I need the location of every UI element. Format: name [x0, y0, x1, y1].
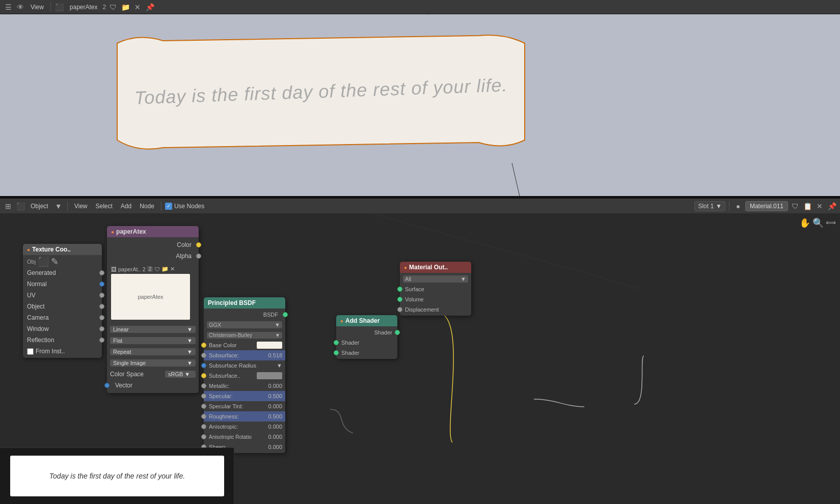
pa-img-x[interactable]: ✕	[170, 266, 175, 272]
zoom-icon[interactable]: 🔍	[812, 217, 824, 229]
bsdf-aniso-socket[interactable]	[201, 424, 206, 429]
bsdf-specular-label: Specular:	[207, 393, 268, 399]
material-output-node[interactable]: ● Material Out.. All ▼ Surface	[400, 262, 471, 316]
mat-copy-icon[interactable]: 📋	[802, 201, 812, 211]
mat-out-displace-socket[interactable]	[397, 307, 402, 312]
pa-img-folder[interactable]: 📁	[161, 266, 169, 272]
ne-object-menu[interactable]: Object	[28, 202, 51, 211]
mode-icon[interactable]: ☰	[3, 2, 13, 12]
pa-flat-row[interactable]: Flat ▼	[107, 335, 199, 346]
shield-icon[interactable]: 🛡	[108, 2, 118, 12]
split-divider[interactable]	[0, 196, 840, 198]
mat-out-all-dropdown[interactable]: All ▼	[403, 275, 468, 283]
ne-add-menu[interactable]: Add	[118, 202, 134, 211]
mat-sphere-icon[interactable]: ●	[733, 201, 743, 211]
add-shader-in1-row: Shader	[336, 338, 397, 348]
view-menu[interactable]: View	[28, 3, 47, 12]
add-shader-out-socket[interactable]	[395, 330, 400, 335]
bsdf-metallic-socket[interactable]	[201, 383, 206, 388]
bsdf-anisorot-label: Anisotropic Rotatio	[207, 434, 268, 440]
bsdf-subsurf-method-row[interactable]: Christensen-Burley ▼	[204, 330, 285, 340]
pa-color-socket[interactable]	[196, 242, 201, 247]
pin-icon[interactable]: 📌	[145, 2, 155, 12]
3d-viewport[interactable]: ☰ 👁 View ⬛ paperAtex 2 🛡 📁 ✕ 📌 Today is …	[0, 0, 840, 196]
tc-camera-row: Camera	[23, 312, 102, 323]
node-editor[interactable]: ⊞ ⬛ Object ▼ View Select Add Node ✓ Use …	[0, 198, 840, 504]
ne-node-menu[interactable]: Node	[137, 202, 157, 211]
add-shader-in1-socket[interactable]	[334, 340, 339, 345]
pa-linear-label: Linear	[113, 326, 129, 332]
pa-single-label: Single Image	[113, 360, 146, 366]
pa-alpha-socket[interactable]	[196, 254, 201, 259]
tc-reflection-socket[interactable]	[99, 338, 104, 343]
ne-view-menu[interactable]: View	[71, 202, 91, 211]
ne-type-icon[interactable]: ⬛	[15, 201, 25, 211]
nav-icon[interactable]: ⟺	[826, 218, 836, 229]
add-shader-node[interactable]: ● Add Shader Shader Shader Shader	[336, 315, 397, 359]
paper-atex-body: Color Alpha 🖼 paperAt.. 2 2 🛡 📁 ✕	[107, 237, 199, 393]
node-canvas[interactable]: ● Texture Coo.. Obj ⬛ ✎ Generated Normal	[0, 213, 840, 504]
tc-camera-socket[interactable]	[99, 315, 104, 320]
bsdf-subcol-socket[interactable]	[201, 373, 206, 378]
slot-arrow: ▼	[716, 203, 722, 210]
mat-close-icon[interactable]: ✕	[815, 201, 825, 211]
bsdf-subradius-socket[interactable]	[201, 363, 206, 368]
close-icon[interactable]: ✕	[132, 2, 143, 12]
pa-img-shield[interactable]: 🛡	[154, 266, 160, 272]
pa-repeat-row[interactable]: Repeat ▼	[107, 346, 199, 357]
pa-single-row[interactable]: Single Image ▼	[107, 357, 199, 369]
mat-pin-icon[interactable]: 📌	[827, 201, 837, 211]
tc-from-inst-cb[interactable]	[27, 348, 34, 355]
pan-icon[interactable]: ✋	[799, 217, 810, 229]
texture-coordinate-node[interactable]: ● Texture Coo.. Obj ⬛ ✎ Generated Normal	[23, 244, 102, 358]
bsdf-subsurface-socket[interactable]	[201, 353, 206, 358]
view-icon[interactable]: 👁	[15, 2, 25, 12]
tc-uv-socket[interactable]	[99, 293, 104, 298]
pa-image-node[interactable]: 🖼 paperAt.. 2 2 🛡 📁 ✕ paperAtex	[109, 264, 197, 322]
bsdf-specular-socket[interactable]	[201, 394, 206, 399]
mat-out-volume-socket[interactable]	[397, 297, 402, 302]
pa-vector-socket[interactable]	[104, 383, 110, 388]
bsdf-spectint-row: Specular Tint: 0.000	[204, 401, 285, 411]
bsdf-basecolor-socket[interactable]	[201, 343, 206, 348]
mat-out-surface-socket[interactable]	[397, 287, 402, 292]
bsdf-subsurface-row[interactable]: Subsurface: 0.518	[204, 350, 285, 360]
tc-window-socket[interactable]	[99, 326, 104, 331]
mat-out-all-row[interactable]: All ▼	[400, 274, 471, 284]
pa-linear-row[interactable]: Linear ▼	[107, 324, 199, 335]
bsdf-specular-row[interactable]: Specular: 0.500	[204, 391, 285, 401]
principled-bsdf-node[interactable]: Principled BSDF BSDF GGX ▼	[204, 297, 285, 453]
paper-atex-node[interactable]: ● paperAtex Color Alpha 🖼 paperAt.. 2	[107, 226, 199, 393]
bsdf-dist-row[interactable]: GGX ▼	[204, 320, 285, 330]
tc-normal-socket[interactable]	[99, 282, 104, 287]
bsdf-roughness-socket[interactable]	[201, 414, 206, 419]
tc-obj-icon[interactable]: ⬛	[38, 256, 49, 267]
tc-edit-icon[interactable]: ✎	[51, 256, 59, 267]
pa-single-dropdown[interactable]: Single Image ▼	[110, 359, 196, 367]
ne-select-menu[interactable]: Select	[92, 202, 115, 211]
bsdf-anisorot-socket[interactable]	[201, 434, 206, 439]
use-nodes-checkbox[interactable]: ✓	[165, 203, 172, 210]
pa-repeat-dropdown[interactable]: Repeat ▼	[110, 348, 196, 355]
add-shader-in2-socket[interactable]	[334, 350, 339, 355]
folder-icon[interactable]: 📁	[120, 2, 130, 12]
bsdf-dist-dropdown[interactable]: GGX ▼	[207, 321, 282, 328]
bsdf-basecolor-swatch[interactable]	[257, 342, 282, 349]
tc-object-socket[interactable]	[99, 304, 104, 309]
pa-linear-dropdown[interactable]: Linear ▼	[110, 326, 196, 333]
pa-cs-dropdown[interactable]: sRGB ▼	[165, 371, 196, 378]
mat-shield-icon[interactable]: 🛡	[790, 201, 800, 211]
bsdf-roughness-row[interactable]: Roughness: 0.500	[204, 411, 285, 422]
pa-flat-dropdown[interactable]: Flat ▼	[110, 337, 196, 344]
render-icon[interactable]: ⬛	[55, 2, 65, 12]
pa-colorspace-row[interactable]: Color Space sRGB ▼	[107, 369, 199, 380]
bsdf-spectint-socket[interactable]	[201, 404, 206, 409]
material-name-btn[interactable]: Material.011	[745, 201, 788, 211]
bsdf-subcol-swatch[interactable]	[257, 372, 282, 379]
bsdf-subsurf-method-dropdown[interactable]: Christensen-Burley ▼	[207, 332, 282, 339]
tc-generated-socket[interactable]	[99, 270, 104, 275]
bsdf-out-socket[interactable]	[283, 312, 288, 317]
slot-dropdown[interactable]: Slot 1 ▼	[694, 201, 725, 211]
ne-mode-icon[interactable]: ⊞	[3, 201, 13, 211]
use-nodes-toggle[interactable]: ✓ Use Nodes	[165, 203, 204, 210]
